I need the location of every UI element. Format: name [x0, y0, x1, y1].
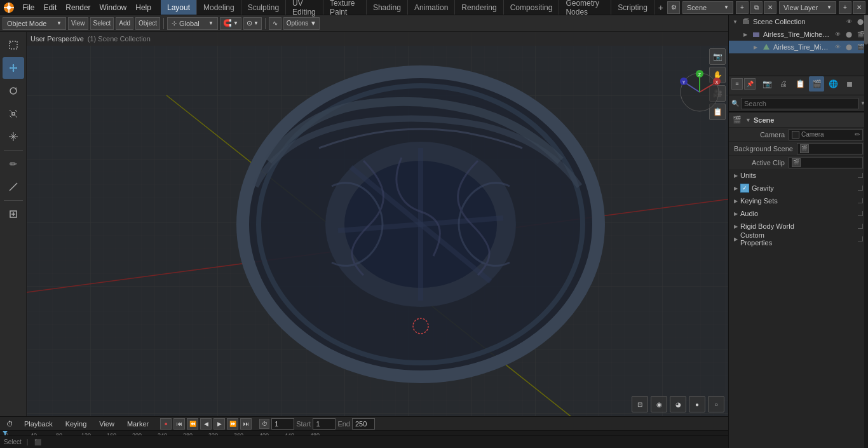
props-custom-props-row[interactable]: ▶ Custom Properties — [729, 233, 868, 245]
props-rigid-body-row[interactable]: ▶ Rigid Body World — [729, 220, 868, 233]
scene-selector[interactable]: Scene ▼ — [682, 1, 733, 14]
props-output-icon[interactable]: 🖨 — [776, 76, 791, 92]
record-btn[interactable]: ● — [160, 418, 172, 430]
gravity-checkbox[interactable]: ✓ — [740, 184, 749, 193]
keying-menu[interactable]: Keying — [62, 417, 91, 430]
props-scene-header[interactable]: 🎬 ▼ Scene — [729, 112, 868, 127]
delete-view-layer-button[interactable]: ✕ — [853, 1, 865, 14]
tab-layout[interactable]: Layout — [161, 0, 197, 15]
props-object-icon[interactable]: ◼ — [842, 76, 857, 92]
outliner-expand-0[interactable]: ▼ — [731, 18, 739, 25]
transform-selector[interactable]: ⊹ Global ▼ — [167, 17, 218, 30]
move-tool-btn[interactable] — [3, 57, 24, 79]
play-btn[interactable]: ▶ — [214, 418, 225, 430]
menu-edit[interactable]: Edit — [39, 0, 62, 15]
tab-compositing[interactable]: Compositing — [504, 0, 560, 15]
engine-icon[interactable]: ⚙ — [667, 1, 680, 14]
props-list-btn[interactable]: ≡ — [731, 78, 743, 90]
tab-texture-paint[interactable]: Texture Paint — [323, 0, 367, 15]
options-btn[interactable]: Options ▼ — [283, 17, 320, 30]
outliner-row-scene-collection[interactable]: ▼ Scene Collection 👁 ⬤ — [729, 15, 868, 28]
props-search-input[interactable] — [741, 98, 858, 109]
tab-animation[interactable]: Animation — [408, 0, 455, 15]
select-box-tool[interactable] — [3, 34, 24, 56]
rotate-tool-btn[interactable] — [3, 80, 24, 102]
props-gravity-row[interactable]: ▶ ✓ Gravity — [729, 182, 868, 194]
gizmo-overlay-btn[interactable]: ◉ — [651, 396, 667, 412]
tab-shading[interactable]: Shading — [367, 0, 408, 15]
props-audio-row[interactable]: ▶ Audio — [729, 207, 868, 220]
props-keying-sets-row[interactable]: ▶ Keying Sets — [729, 194, 868, 207]
nav-gizmo[interactable]: X Y Z — [677, 70, 722, 114]
gizmo-shading2-btn[interactable]: ● — [689, 396, 705, 412]
view-menu[interactable]: View — [68, 17, 88, 30]
props-scrollbar[interactable] — [864, 112, 868, 448]
props-active-clip-value[interactable]: 🎬 — [789, 157, 863, 168]
props-view-layer-icon[interactable]: 📋 — [792, 76, 808, 92]
end-frame-input[interactable]: 250 — [352, 418, 375, 430]
new-view-layer-button[interactable]: + — [839, 1, 851, 14]
object-mode-selector[interactable]: Object Mode ▼ — [3, 17, 66, 30]
play-reverse-btn[interactable]: ◀ — [200, 418, 212, 430]
snap-controls[interactable]: 🧲 ▼ — [220, 17, 241, 30]
props-world-icon[interactable]: 🌐 — [825, 76, 841, 92]
gizmo-perspective-btn[interactable]: ⊡ — [632, 396, 648, 412]
tab-geometry-nodes[interactable]: Geometry Nodes — [559, 0, 611, 15]
jump-start-btn[interactable]: ⏮ — [173, 418, 185, 430]
marker-menu[interactable]: Marker — [123, 417, 153, 430]
outliner-row-tire[interactable]: ▶ Airless_Tire_Michelin_All_Terr... 👁 ⬤ … — [729, 28, 868, 41]
timeline-mode-btn[interactable]: ⏱ — [4, 418, 15, 430]
outliner-row-mesh[interactable]: ▶ Airless_Tire_Michelin_All... 👁 ⬤ 🎬 — [729, 41, 868, 53]
delete-scene-button[interactable]: ✕ — [764, 1, 776, 14]
menu-help[interactable]: Help — [131, 0, 156, 15]
props-units-row[interactable]: ▶ Units — [729, 169, 868, 182]
new-scene-button[interactable]: + — [736, 1, 749, 14]
camera-edit-btn[interactable]: ✏ — [855, 131, 860, 138]
eye-icon-1[interactable]: 👁 — [832, 29, 843, 39]
add-object-tool-btn[interactable] — [3, 203, 24, 225]
gizmo-shading-btn[interactable]: ◕ — [670, 396, 686, 412]
step-forward-btn[interactable]: ⏩ — [227, 418, 238, 430]
playback-menu[interactable]: Playback — [20, 417, 57, 430]
object-menu[interactable]: Object — [135, 17, 160, 30]
viewport-3d[interactable]: User Perspective (1) Scene Collection 📷 … — [27, 32, 728, 416]
gizmo-shading3-btn[interactable]: ○ — [708, 396, 724, 412]
view-layer-selector[interactable]: View Layer ▼ — [779, 1, 836, 14]
eye-icon-2[interactable]: 👁 — [832, 42, 843, 52]
outliner-expand-2[interactable]: ▶ — [752, 43, 759, 51]
add-menu[interactable]: Add — [116, 17, 133, 30]
eye-icon-0[interactable]: 👁 — [844, 17, 854, 27]
start-frame-input[interactable]: 1 — [313, 418, 336, 430]
current-frame-input[interactable]: 1 — [271, 418, 294, 430]
transform-tool-btn[interactable] — [3, 126, 24, 147]
viewport-camera-btn[interactable]: 📷 — [709, 48, 726, 65]
proportional-edit-controls[interactable]: ⊙ ▼ — [243, 17, 262, 30]
menu-window[interactable]: Window — [95, 0, 132, 15]
props-pin-btn[interactable]: 📌 — [744, 78, 756, 90]
add-workspace-button[interactable]: + — [654, 1, 667, 14]
props-scene-icon[interactable]: 🎬 — [809, 76, 824, 92]
copy-scene-button[interactable]: ⧉ — [750, 1, 763, 14]
tab-modeling[interactable]: Modeling — [197, 0, 241, 15]
tab-uv-editing[interactable]: UV Editing — [286, 0, 323, 15]
view-menu-tl[interactable]: View — [95, 417, 118, 430]
jump-end-btn[interactable]: ⏭ — [240, 418, 252, 430]
outliner-expand-1[interactable]: ▶ — [742, 31, 749, 38]
props-camera-value[interactable]: Camera ✏ — [789, 129, 863, 140]
menu-file[interactable]: File — [18, 0, 39, 15]
annotate-tool-btn[interactable]: ✏ — [3, 153, 24, 175]
measure-tool-btn[interactable] — [3, 176, 24, 198]
select-menu[interactable]: Select — [90, 17, 114, 30]
cursor-icon-1[interactable]: ⬤ — [844, 29, 854, 39]
cursor-icon-2[interactable]: ⬤ — [844, 42, 854, 52]
props-bg-scene-value[interactable]: 🎬 — [797, 143, 863, 154]
step-back-btn[interactable]: ⏪ — [187, 418, 198, 430]
props-render-icon[interactable]: 📷 — [759, 76, 775, 92]
graph-btn[interactable]: ∿ — [269, 17, 281, 30]
frame-type-btn[interactable]: ⏱ — [259, 419, 269, 429]
tab-rendering[interactable]: Rendering — [455, 0, 503, 15]
scale-tool-btn[interactable] — [3, 103, 24, 125]
menu-render[interactable]: Render — [61, 0, 95, 15]
tab-scripting[interactable]: Scripting — [611, 0, 654, 15]
tab-sculpting[interactable]: Sculpting — [241, 0, 286, 15]
